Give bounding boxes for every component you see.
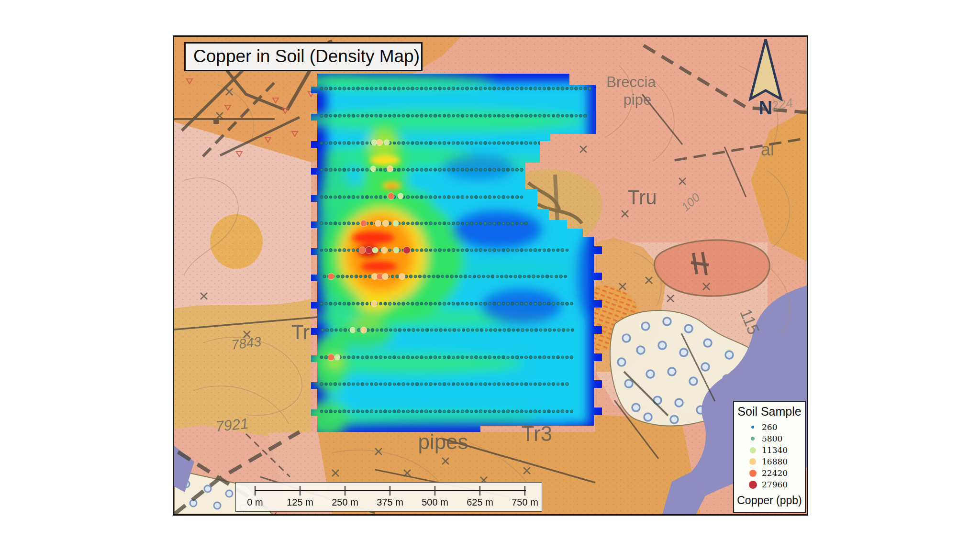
sample-point-22420[interactable] [359,247,366,253]
survey-dot [475,356,478,359]
survey-dot [502,249,505,252]
survey-dot [406,196,410,199]
survey-dot [470,87,473,90]
survey-dot [502,142,505,144]
survey-dot [398,356,401,359]
sample-point-22420[interactable] [388,193,394,199]
survey-dot [511,142,514,145]
survey-dot [484,114,487,117]
sample-point-27960[interactable] [366,247,373,254]
survey-dot [447,87,450,90]
survey-dot [420,356,423,359]
survey-dot [484,196,487,198]
survey-dot [466,410,469,413]
survey-dot [570,114,573,118]
survey-dot [429,383,433,386]
sample-point-11340[interactable] [393,220,399,226]
survey-dot [347,222,351,225]
survey-dot [552,410,555,413]
sample-point-11340[interactable] [350,327,356,333]
survey-dot [493,383,496,386]
survey-dot [534,356,537,359]
scale-bar: 0 m125 m250 m375 m500 m625 m750 m [235,482,542,512]
survey-dot [466,142,468,144]
survey-dot [350,275,353,278]
sample-point-11340[interactable] [334,354,340,360]
survey-dot [393,87,396,90]
survey-dot [394,329,397,331]
survey-dot [444,329,447,331]
sample-point-16880[interactable] [377,140,383,146]
sample-point-16880[interactable] [371,301,378,307]
survey-dot [502,196,505,199]
survey-dot [475,302,478,305]
scale-tick-label: 750 m [512,497,538,508]
survey-dot [532,275,535,278]
sample-point-16880[interactable] [399,274,405,280]
sample-point-16880[interactable] [387,166,393,172]
survey-dot [511,114,514,117]
survey-dot [434,196,437,199]
copper-density-heatmap[interactable] [275,73,603,438]
sample-point-11340[interactable] [393,247,399,253]
survey-dot [325,383,328,386]
survey-dot [525,87,528,90]
survey-dot [525,249,528,252]
survey-dot [547,356,550,359]
survey-dot [411,114,414,117]
survey-dot [379,168,382,171]
survey-dot [534,302,536,305]
survey-dot [488,410,491,413]
survey-dot [464,275,467,278]
sample-point-11340[interactable] [372,247,378,253]
survey-dot [352,87,355,90]
legend-class-value: 5800 [762,434,782,443]
sample-point-16880[interactable] [361,327,367,333]
survey-dot [402,356,405,359]
survey-dot [379,410,382,413]
survey-dot [429,356,432,359]
survey-dot [538,87,541,90]
survey-dot [359,275,362,278]
survey-dot [324,87,327,90]
survey-dot [515,168,518,171]
survey-dot [566,302,569,306]
survey-dot [347,383,351,386]
survey-dot [420,87,423,90]
survey-dot [502,222,505,225]
survey-dot [420,222,423,225]
sample-point-11340[interactable] [384,140,390,145]
survey-dot [320,356,323,359]
sample-point-27960[interactable] [403,247,411,254]
survey-dot [538,249,541,252]
legend-row: 260 [734,421,805,433]
survey-dot [375,87,378,90]
survey-dot [488,114,491,118]
legend-title: Soil Sample [734,405,805,419]
page: BrecciapipeTrual224100Tr78437921pipesTr3… [0,0,980,551]
survey-dot [429,302,433,306]
survey-dot [466,383,468,386]
survey-dot [420,114,423,118]
survey-dot [343,87,346,90]
survey-dot [415,196,418,198]
survey-dot [424,87,428,90]
sample-point-11340[interactable] [398,193,403,199]
survey-dot [461,87,464,90]
legend[interactable]: Soil Sample 260580011340168802242027960 … [733,401,806,513]
survey-dot [393,356,396,359]
sample-point-16880[interactable] [381,247,388,253]
sample-point-22420[interactable] [360,220,367,227]
sample-point-16880[interactable] [382,274,389,280]
sample-point-16880[interactable] [375,220,381,227]
survey-dot [493,249,496,252]
sample-point-22420[interactable] [328,354,334,361]
survey-dot [502,356,505,359]
survey-dot [361,168,364,171]
survey-dot [470,114,473,117]
survey-dot [461,302,464,305]
sample-point-11340[interactable] [370,166,376,172]
sample-point-22420[interactable] [328,273,334,280]
sample-point-16880[interactable] [383,220,389,227]
geology-map-canvas[interactable]: BrecciapipeTrual224100Tr78437921pipesTr3… [174,37,807,514]
